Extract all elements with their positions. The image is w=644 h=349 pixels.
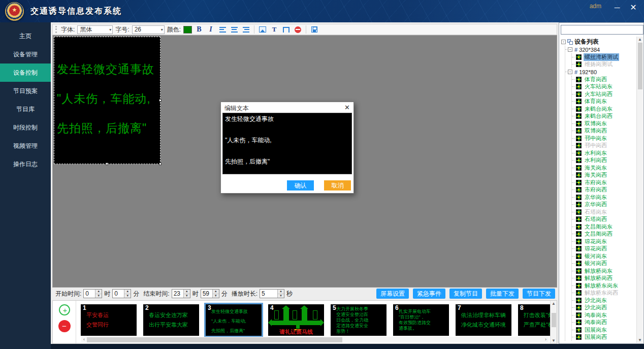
remove-program-button[interactable]: − [58, 320, 71, 332]
program-thumbnail[interactable]: 4 请礼让斑马线 [268, 304, 324, 336]
device-item[interactable]: 鸿泰岗西 [572, 319, 636, 327]
action-button[interactable]: 批量下发 [486, 289, 519, 299]
step-up-icon[interactable]: ▲ [95, 290, 102, 294]
device-item[interactable]: 来鹤台岗东 [572, 105, 636, 113]
sidebar-item[interactable]: 操作日志 [0, 155, 51, 173]
device-item[interactable]: 海关岗东 [572, 164, 636, 172]
sidebar-item[interactable]: 设备管理 [0, 45, 51, 64]
device-item[interactable]: 国展岗东 [572, 326, 636, 334]
start-minute-value[interactable]: 0 [113, 290, 124, 298]
scroll-track[interactable] [87, 337, 543, 342]
duration-value[interactable]: 5 [260, 290, 277, 298]
collapse-icon[interactable]: - [568, 47, 572, 52]
device-item[interactable]: 解放桥东岗西 [572, 290, 636, 297]
end-hour-value[interactable]: 23 [172, 290, 183, 298]
sidebar-item[interactable]: 设备控制 [0, 64, 51, 82]
device-item[interactable]: 京华岗西 [572, 201, 636, 209]
scroll-up-icon[interactable]: ▲ [552, 301, 556, 306]
action-button[interactable]: 紧急事件 [413, 289, 445, 299]
device-item[interactable]: 市府岗东 [572, 179, 636, 186]
resize-handle[interactable] [106, 163, 108, 165]
action-button[interactable]: 复制节目 [449, 289, 482, 299]
scroll-down-icon[interactable]: ▼ [552, 338, 556, 343]
device-item[interactable]: 市府岗西 [572, 186, 636, 194]
device-item[interactable]: 水利岗西 [572, 157, 636, 165]
color-swatch[interactable] [183, 26, 192, 34]
device-item[interactable]: 琼花岗西 [572, 245, 636, 253]
device-item[interactable]: 石塔岗西 [572, 216, 636, 224]
scroll-left-icon[interactable]: ‹ [81, 337, 87, 342]
insert-image-button[interactable] [258, 25, 267, 34]
action-button[interactable]: 屏幕设置 [376, 289, 409, 299]
scroll-thumb[interactable] [552, 313, 556, 327]
bold-button[interactable]: B [195, 25, 204, 34]
device-item[interactable]: 沙北岗东 [572, 297, 636, 304]
device-search-input[interactable] [561, 25, 643, 35]
cancel-button[interactable]: 取消 [324, 180, 351, 191]
device-item[interactable]: 火车站岗东 [572, 83, 636, 91]
tree-root-row[interactable]: - 设备列表 [561, 38, 636, 46]
device-item[interactable]: 邗中岗西 [572, 142, 636, 150]
step-up-icon[interactable]: ▲ [124, 290, 131, 294]
scroll-right-icon[interactable]: › [543, 337, 549, 342]
collapse-icon[interactable]: - [568, 70, 572, 74]
start-hour-value[interactable]: 0 [84, 290, 95, 298]
device-item[interactable]: 银河岗西 [572, 260, 636, 268]
device-item[interactable]: 解放桥岗西 [572, 275, 636, 282]
resize-handle[interactable] [159, 99, 162, 102]
align-left-button[interactable] [218, 25, 227, 34]
led-preview-panel[interactable]: 发生轻微交通事故"人未伤，车能动,先拍照，后撤离" [54, 37, 160, 164]
strip-horizontal-scrollbar[interactable]: ‹ › [81, 337, 549, 342]
device-item[interactable]: 双博岗东 [572, 120, 636, 128]
device-item[interactable]: 水利岗东 [572, 149, 636, 157]
marquee-button[interactable] [281, 25, 291, 34]
device-item[interactable]: 解放桥岗东 [572, 267, 636, 275]
device-item[interactable]: 来鹤台岗西 [572, 113, 636, 120]
device-group-row[interactable]: - # 192*80 [565, 68, 636, 76]
device-item[interactable]: 体育岗西 [572, 76, 636, 83]
italic-button[interactable]: I [206, 25, 215, 34]
action-button[interactable]: 节目下发 [523, 289, 555, 299]
device-item[interactable]: 维扬岗测试 [572, 61, 636, 69]
sidebar-item[interactable]: 主页 [0, 27, 51, 45]
device-item[interactable]: 银河岗东 [572, 252, 636, 260]
edit-canvas[interactable]: 发生轻微交通事故"人未伤，车能动,先拍照，后撤离" 编辑文本 ✕ 确认 取消 [52, 35, 557, 288]
step-down-icon[interactable]: ▼ [124, 294, 131, 298]
end-minute-value[interactable]: 59 [201, 290, 212, 298]
logged-in-user[interactable]: adm [590, 3, 601, 10]
strip-vertical-scrollbar[interactable]: ▲ ▼ [550, 301, 557, 343]
collapse-icon[interactable]: - [561, 40, 566, 44]
sidebar-item[interactable]: 节目预案 [0, 82, 51, 100]
device-item[interactable]: 文昌阁岗东 [572, 223, 636, 231]
size-select[interactable]: 26 ▾ [132, 25, 165, 34]
scroll-up-icon[interactable]: ▲ [638, 37, 642, 42]
step-up-icon[interactable]: ▲ [278, 290, 284, 294]
scroll-thumb[interactable] [87, 337, 342, 342]
sidebar-item[interactable]: 节目库 [0, 100, 51, 118]
step-down-icon[interactable]: ▼ [213, 294, 219, 298]
device-item[interactable]: 沙北岗西 [572, 304, 636, 312]
resize-handle[interactable] [159, 163, 162, 165]
align-center-button[interactable] [230, 25, 239, 34]
program-thumbnail[interactable]: 3 发生轻微交通事故"人未伤，车能动,先拍照，后撤离" [206, 304, 262, 336]
program-thumbnail[interactable]: 2 春运安全连万家出行平安靠大家 [143, 304, 199, 336]
step-down-icon[interactable]: ▼ [95, 294, 102, 298]
step-up-icon[interactable]: ▲ [184, 290, 190, 294]
confirm-button[interactable]: 确认 [287, 180, 314, 191]
step-up-icon[interactable]: ▲ [213, 290, 219, 294]
device-item[interactable]: 国展岗西 [572, 334, 636, 341]
step-down-icon[interactable]: ▼ [278, 294, 284, 298]
step-down-icon[interactable]: ▼ [184, 294, 190, 298]
device-group-row[interactable]: - # 320*384 [565, 46, 636, 53]
device-item[interactable]: 解放桥东岗东 [572, 282, 636, 290]
program-thumbnail[interactable]: 8 打击改装"炸严查严处"机 [518, 304, 550, 336]
device-item[interactable]: 琼花岗东 [572, 238, 636, 245]
dialog-textarea[interactable] [222, 113, 352, 174]
device-item[interactable]: 双博岗西 [572, 128, 636, 135]
save-button[interactable] [310, 25, 319, 34]
program-thumbnail[interactable]: 6 扎实开展电动车"百日整治"，有效预防道路交通事故。 [393, 304, 449, 336]
program-thumbnail[interactable]: 1 平安春运交警同行 [81, 304, 137, 336]
device-item[interactable]: 螺丝湾桥测试 [572, 53, 636, 61]
close-button[interactable]: ✕ [628, 2, 639, 13]
device-item[interactable]: 邗中岗东 [572, 135, 636, 142]
